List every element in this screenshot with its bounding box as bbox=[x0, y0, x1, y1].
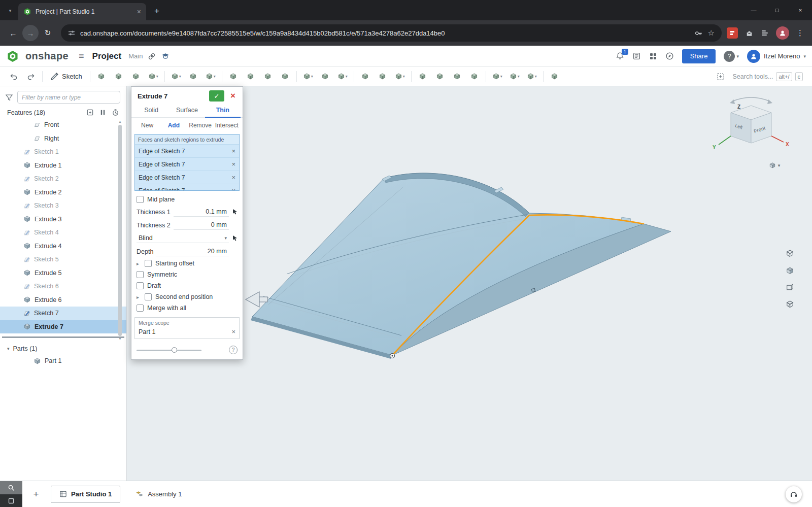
feature-item-sketch-6[interactable]: Sketch 6 bbox=[0, 280, 126, 293]
forward-button[interactable]: → bbox=[22, 25, 39, 41]
starting-offset-row[interactable]: ▸ Starting offset bbox=[131, 258, 243, 269]
scrollbar-thumb[interactable] bbox=[118, 125, 122, 336]
document-menu-icon[interactable]: ≡ bbox=[79, 51, 84, 61]
feature-item-sketch-7[interactable]: Sketch 7 bbox=[0, 307, 126, 320]
fillet-icon[interactable]: ▾ bbox=[167, 70, 185, 84]
filter-funnel-icon[interactable] bbox=[5, 93, 13, 102]
thickness1-field[interactable]: Thickness 1 0.1 mm bbox=[131, 205, 243, 218]
symmetric-checkbox[interactable]: Symmetric bbox=[131, 269, 243, 280]
delete-part-icon[interactable] bbox=[414, 70, 431, 84]
rib-icon[interactable] bbox=[242, 70, 259, 84]
tab-surface[interactable]: Surface bbox=[169, 104, 205, 117]
thickness2-value[interactable]: 0 mm bbox=[174, 220, 229, 230]
tab-part-studio-1[interactable]: Part Studio 1 bbox=[51, 486, 120, 503]
end-condition-select[interactable]: Blind ▾ bbox=[131, 231, 243, 245]
chevron-right-icon[interactable]: ▸ bbox=[137, 261, 141, 266]
feature-item-sketch-5[interactable]: Sketch 5 bbox=[0, 253, 126, 266]
tab-thin[interactable]: Thin bbox=[205, 104, 241, 118]
feature-statistics-icon[interactable] bbox=[112, 109, 119, 116]
browser-profile-avatar[interactable] bbox=[776, 26, 789, 40]
onshape-logo-icon[interactable] bbox=[6, 50, 19, 63]
version-history-icon[interactable] bbox=[632, 52, 641, 60]
tab-close-icon[interactable]: × bbox=[137, 8, 141, 15]
starting-offset-checkbox[interactable] bbox=[145, 260, 152, 267]
app-store-grid-icon[interactable] bbox=[649, 52, 657, 60]
remove-selection-icon[interactable]: × bbox=[231, 160, 235, 168]
isometric-view-button[interactable] bbox=[783, 264, 797, 278]
address-bar-input[interactable]: cad.onshape.com/documents/e9e14087fda7cc… bbox=[61, 24, 722, 42]
mode-intersect[interactable]: Intersect bbox=[214, 121, 240, 130]
custom-feature-icon[interactable] bbox=[546, 70, 563, 84]
hole-icon[interactable] bbox=[259, 70, 277, 84]
feature-item-sketch-3[interactable]: Sketch 3 bbox=[0, 199, 126, 213]
feature-item-extrude-4[interactable]: Extrude 4 bbox=[0, 240, 126, 253]
feature-item-extrude-1[interactable]: Extrude 1 bbox=[0, 159, 126, 173]
feature-filter-input[interactable] bbox=[17, 91, 120, 104]
split-icon[interactable] bbox=[374, 70, 391, 84]
redo-icon[interactable] bbox=[22, 70, 40, 84]
extrude-icon[interactable] bbox=[93, 70, 110, 84]
bookmark-star-icon[interactable]: ☆ bbox=[708, 28, 715, 38]
checkbox[interactable] bbox=[137, 282, 144, 289]
draft-icon[interactable]: ▾ bbox=[202, 70, 219, 84]
back-button[interactable]: ← bbox=[5, 25, 21, 41]
user-menu[interactable]: Itzel Moreno ▾ bbox=[747, 50, 806, 63]
merge-with-all-checkbox[interactable]: Merge with all bbox=[131, 302, 243, 314]
document-title[interactable]: Project bbox=[92, 51, 122, 61]
view-cube-menu-button[interactable]: ▾ bbox=[764, 160, 785, 171]
window-maximize-button[interactable]: □ bbox=[765, 0, 789, 20]
feature-item-front[interactable]: Front bbox=[0, 118, 126, 132]
move-face-icon[interactable] bbox=[449, 70, 466, 84]
selection-item[interactable]: Edge of Sketch 7× bbox=[135, 157, 239, 171]
part-item-part-1[interactable]: Part 1 bbox=[0, 354, 126, 367]
faces-selection-list[interactable]: Faces and sketch regions to extrude Edge… bbox=[134, 134, 240, 191]
merge-scope-item[interactable]: Part 1 × bbox=[139, 328, 235, 335]
chevron-right-icon[interactable]: ▸ bbox=[137, 294, 141, 300]
browser-tab[interactable]: Project | Part Studio 1 × bbox=[18, 3, 146, 20]
site-info-icon[interactable] bbox=[68, 29, 75, 37]
shell-icon[interactable] bbox=[225, 70, 242, 84]
feature-item-extrude-6[interactable]: Extrude 6 bbox=[0, 293, 126, 307]
cancel-button[interactable]: × bbox=[227, 90, 239, 102]
feature-item-extrude-3[interactable]: Extrude 3 bbox=[0, 213, 126, 226]
discover-compass-icon[interactable] bbox=[665, 52, 674, 60]
remove-selection-icon[interactable]: × bbox=[231, 187, 235, 191]
insert-new-tab-button[interactable]: + bbox=[28, 487, 44, 502]
suppress-features-icon[interactable] bbox=[99, 109, 107, 116]
notifications-bell-icon[interactable]: 1 bbox=[616, 52, 624, 60]
checkbox[interactable] bbox=[137, 196, 144, 203]
checkbox[interactable] bbox=[137, 271, 144, 278]
extensions-puzzle-icon[interactable] bbox=[745, 29, 754, 38]
feature-item-sketch-2[interactable]: Sketch 2 bbox=[0, 172, 126, 186]
help-chat-button[interactable] bbox=[786, 486, 802, 502]
section-view-button[interactable] bbox=[783, 247, 797, 260]
dialog-help-icon[interactable]: ? bbox=[229, 346, 238, 354]
parts-section-header[interactable]: ▾ Parts (1) bbox=[0, 341, 126, 354]
tab-solid[interactable]: Solid bbox=[133, 104, 169, 117]
new-tab-button[interactable]: + bbox=[150, 5, 163, 18]
reading-list-icon[interactable] bbox=[761, 29, 769, 37]
rollback-bar[interactable] bbox=[2, 336, 124, 338]
feature-item-right[interactable]: Right bbox=[0, 132, 126, 146]
depth-field[interactable]: Depth 20 mm bbox=[131, 245, 243, 258]
modify-fillet-icon[interactable] bbox=[431, 70, 449, 84]
sketch-button[interactable]: Sketch bbox=[45, 70, 87, 84]
thickness1-value[interactable]: 0.1 mm bbox=[174, 207, 229, 217]
add-custom-feature-icon[interactable] bbox=[712, 70, 729, 84]
linear-pattern-icon[interactable]: ▾ bbox=[299, 70, 317, 84]
plane-icon[interactable]: ▾ bbox=[489, 70, 506, 84]
workspace-name[interactable]: Main bbox=[128, 52, 143, 60]
transform-icon[interactable]: ▾ bbox=[391, 70, 409, 84]
confirm-button[interactable]: ✓ bbox=[209, 90, 224, 102]
selection-item[interactable]: Edge of Sketch 7× bbox=[135, 144, 239, 157]
window-minimize-button[interactable]: — bbox=[742, 0, 765, 20]
chamfer-icon[interactable] bbox=[185, 70, 202, 84]
reload-button[interactable]: ↻ bbox=[40, 25, 56, 41]
mode-add[interactable]: Add bbox=[161, 121, 186, 130]
mode-remove[interactable]: Remove bbox=[188, 121, 213, 130]
remove-merge-scope-icon[interactable]: × bbox=[231, 328, 235, 335]
direction-pointer-icon[interactable] bbox=[232, 209, 239, 215]
feature-item-sketch-4[interactable]: Sketch 4 bbox=[0, 226, 126, 240]
window-close-button[interactable]: × bbox=[789, 0, 812, 20]
circular-pattern-icon[interactable] bbox=[317, 70, 334, 84]
